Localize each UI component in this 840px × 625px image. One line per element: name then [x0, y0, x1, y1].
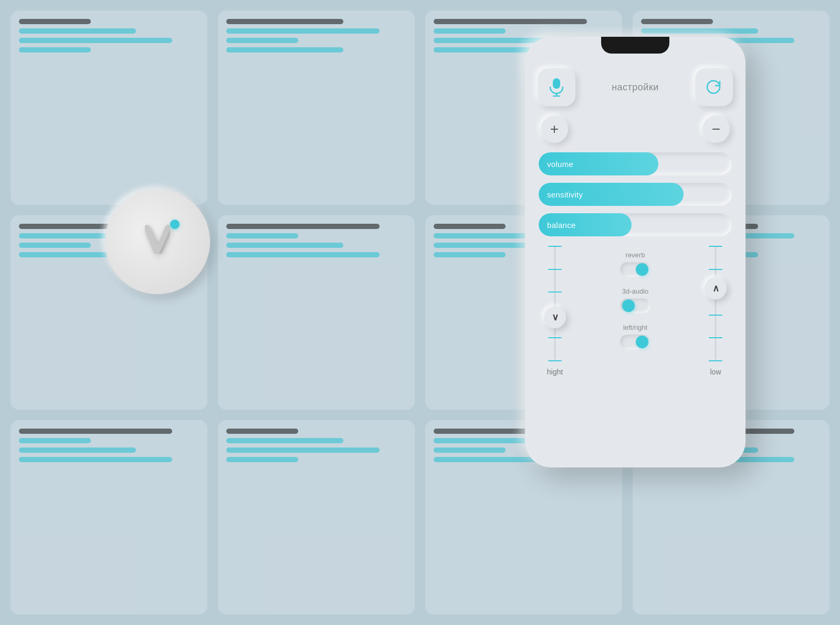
leftright-label: left/right: [623, 324, 647, 331]
leftright-thumb: [636, 336, 648, 348]
reverb-toggle-row: reverb: [620, 251, 650, 277]
mic-button[interactable]: [538, 68, 575, 106]
tick: [709, 315, 722, 316]
hight-fader[interactable]: ∨: [542, 246, 568, 361]
phone-notch: [601, 37, 669, 54]
leftright-toggle[interactable]: [620, 335, 650, 349]
reverb-thumb: [636, 263, 648, 276]
tick: [709, 337, 722, 338]
low-label: low: [710, 368, 721, 376]
hight-fader-col: ∨ hight: [542, 246, 568, 376]
sliders-section: volume sensitivity balance: [538, 152, 733, 236]
logo-circle: [105, 189, 210, 294]
reverb-toggle[interactable]: [620, 262, 650, 277]
tick: [548, 337, 562, 338]
fader-ticks: [548, 246, 562, 361]
reverb-label: reverb: [626, 251, 645, 259]
low-fader[interactable]: ∧: [702, 246, 729, 361]
low-fader-knob-wrap: ∧: [705, 277, 727, 299]
phone-inner: настройки + − volume: [536, 64, 735, 457]
hight-fader-knob-wrap: ∨: [544, 306, 566, 328]
volume-label: volume: [547, 160, 573, 169]
fader-ticks: [708, 246, 723, 361]
reset-button[interactable]: [695, 68, 733, 106]
3daudio-toggle[interactable]: [620, 298, 650, 313]
logo-v: [136, 220, 178, 264]
sensitivity-label: sensitivity: [547, 190, 583, 199]
hight-fader-knob[interactable]: ∨: [544, 306, 566, 328]
tick: [548, 246, 562, 247]
toggles-col: reverb 3d-audio left/right: [620, 246, 650, 349]
minus-button[interactable]: −: [702, 116, 730, 143]
balance-slider[interactable]: balance: [539, 213, 732, 236]
low-fader-col: ∧ low: [702, 246, 729, 376]
sensitivity-slider[interactable]: sensitivity: [539, 183, 732, 206]
header-title: настройки: [581, 82, 690, 93]
volume-slider[interactable]: volume: [539, 152, 732, 175]
tick: [548, 360, 562, 361]
phone-mockup: настройки + − volume: [525, 37, 746, 467]
tick: [709, 360, 722, 361]
pm-row: + −: [538, 116, 733, 143]
controls-section: ∨ hight reverb 3d-audio: [538, 246, 733, 453]
tick: [709, 269, 722, 270]
low-fader-knob[interactable]: ∧: [705, 277, 727, 299]
tick: [548, 269, 562, 270]
tick: [548, 291, 562, 293]
balance-label: balance: [547, 221, 576, 230]
tick: [709, 246, 722, 247]
3daudio-toggle-row: 3d-audio: [620, 287, 650, 313]
header-row: настройки: [538, 68, 733, 106]
hight-label: hight: [547, 368, 563, 376]
leftright-toggle-row: left/right: [620, 324, 650, 349]
3daudio-thumb: [622, 299, 635, 312]
logo-dot: [170, 220, 180, 229]
plus-button[interactable]: +: [541, 116, 568, 143]
svg-rect-0: [553, 78, 560, 89]
3daudio-label: 3d-audio: [622, 287, 649, 295]
